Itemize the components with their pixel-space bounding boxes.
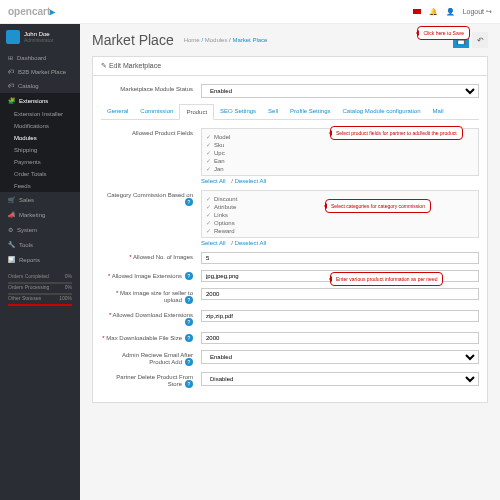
callout-info: Enter various product information as per… [330,272,443,286]
nav-sales[interactable]: 🛒 Sales [0,192,80,207]
user-block: John DoeAdministrator [0,24,80,50]
nav-payments[interactable]: Payments [0,156,80,168]
admin-email-select[interactable]: Enabled [201,350,479,364]
panel-title: ✎ Edit Marketplace [93,57,487,76]
select-all-link[interactable]: Select All [201,178,226,184]
callout-categories: Select categories for category commissio… [325,199,431,213]
info-icon[interactable]: ? [185,380,193,388]
user-menu[interactable]: 👤 [446,8,455,16]
info-icon[interactable]: ? [185,272,193,280]
nav-shipping[interactable]: Shipping [0,144,80,156]
tabs: General Commission Product SEO Settings … [101,104,479,120]
tab-catalog[interactable]: Catalog Module configuration [336,104,426,119]
breadcrumb: Home / Modules / Market Place [184,37,268,43]
info-icon[interactable]: ? [185,334,193,342]
nav-marketplace[interactable]: 🏷 B2B Market Place [0,65,80,79]
callout-fields: Select product fields for partner to add… [330,126,463,140]
tab-profile[interactable]: Profile Settings [284,104,336,119]
nav-order-totals[interactable]: Order Totals [0,168,80,180]
page-title: Market Place [92,32,174,48]
status-select[interactable]: Enabled [201,84,479,98]
max-dl-input[interactable] [201,332,479,344]
nav-modifications[interactable]: Modifications [0,120,80,132]
nav-reports[interactable]: 📊 Reports [0,252,80,267]
tab-commission[interactable]: Commission [134,104,179,119]
cancel-button[interactable]: ↶ [472,32,488,48]
callout-save: Click here to Save [417,26,470,40]
info-icon[interactable]: ? [185,198,193,206]
logout-link[interactable]: Logout ↪ [463,8,492,16]
info-icon[interactable]: ? [185,296,193,304]
bell-icon[interactable]: 🔔 [429,8,438,16]
sidebar-stats: Orders Completed0% Orders Processing0% O… [0,267,80,312]
flag-icon[interactable] [413,9,421,14]
tab-general[interactable]: General [101,104,134,119]
avatar [6,30,20,44]
nav-tools[interactable]: 🔧 Tools [0,237,80,252]
tab-product[interactable]: Product [179,104,214,120]
info-icon[interactable]: ? [185,358,193,366]
partner-delete-select[interactable]: Disabled [201,372,479,386]
nav-dashboard[interactable]: ⊞ Dashboard [0,50,80,65]
tab-seo[interactable]: SEO Settings [214,104,262,119]
dl-ext-input[interactable] [201,310,479,322]
nav-modules[interactable]: Modules [0,132,80,144]
nav-ext-installer[interactable]: Extension Installer [0,108,80,120]
tab-sell[interactable]: Sell [262,104,284,119]
nav-catalog[interactable]: 🏷 Catalog [0,79,80,93]
nav-feeds[interactable]: Feeds [0,180,80,192]
deselect-all-link[interactable]: Deselect All [235,178,266,184]
tab-mail[interactable]: Mail [427,104,450,119]
logo: opencart▸ [8,6,55,17]
nav-marketing[interactable]: 📣 Marketing [0,207,80,222]
nav-system[interactable]: ⚙ System [0,222,80,237]
num-images-input[interactable] [201,252,479,264]
nav-extensions[interactable]: 🧩 Extensions [0,93,80,108]
info-icon[interactable]: ? [185,318,193,326]
sidebar: John DoeAdministrator ⊞ Dashboard 🏷 B2B … [0,24,80,500]
category-commission-box[interactable]: Discount Attribute Links Options Reward [201,190,479,238]
max-img-input[interactable] [201,288,479,300]
